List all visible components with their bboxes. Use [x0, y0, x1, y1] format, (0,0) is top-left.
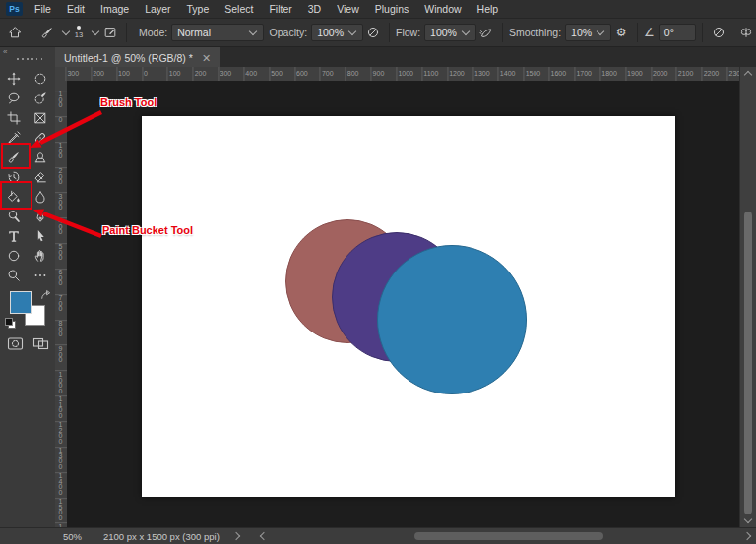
- divider: [502, 23, 503, 42]
- scroll-up-icon[interactable]: [744, 71, 752, 79]
- toggle-brush-settings-icon[interactable]: [100, 23, 120, 42]
- gear-icon[interactable]: ⚙: [611, 23, 631, 42]
- close-tab-icon[interactable]: ✕: [202, 53, 211, 63]
- divider: [702, 23, 703, 42]
- lasso-tool[interactable]: [2, 90, 26, 108]
- photoshop-logo-icon: Ps: [6, 2, 23, 16]
- chevron-down-icon: [248, 27, 256, 34]
- collapse-panels-icon[interactable]: «: [3, 47, 7, 56]
- opacity-field[interactable]: 100%: [311, 24, 363, 41]
- document-dimensions: 2100 px x 1500 px (300 ppi): [103, 531, 220, 542]
- smoothing-value: 10%: [571, 27, 592, 38]
- type-tool[interactable]: [2, 227, 26, 246]
- scroll-down-icon[interactable]: [744, 515, 752, 523]
- brush-preset-icon[interactable]: [37, 23, 57, 42]
- flow-field[interactable]: 100%: [424, 24, 476, 41]
- vertical-scrollbar[interactable]: [739, 67, 756, 528]
- menu-view[interactable]: View: [329, 0, 367, 18]
- menu-file[interactable]: File: [27, 0, 59, 18]
- divider: [31, 23, 32, 42]
- document-tab[interactable]: Untitled-1 @ 50% (RGB/8) * ✕: [55, 47, 220, 69]
- panel-grip[interactable]: [17, 58, 42, 60]
- scroll-right-icon[interactable]: [743, 532, 751, 540]
- tools-panel: [0, 67, 56, 528]
- menu-plugins[interactable]: Plugins: [367, 0, 416, 18]
- object-selection-tool[interactable]: [29, 90, 52, 108]
- opacity-value: 100%: [317, 27, 344, 38]
- path-selection-tool[interactable]: [29, 227, 52, 246]
- vertical-scrollbar-thumb[interactable]: [744, 212, 752, 514]
- ruler-label: 1000: [57, 371, 64, 393]
- smoothing-field[interactable]: 10%: [565, 24, 611, 41]
- eyedropper-tool[interactable]: [2, 129, 26, 148]
- ruler-label: 200: [195, 70, 207, 77]
- chevron-down-icon[interactable]: [92, 27, 99, 34]
- status-bar: 50% 2100 px x 1500 px (300 ppi): [0, 527, 756, 544]
- ruler-label: 1700: [576, 70, 592, 77]
- menu-type[interactable]: Type: [178, 0, 217, 18]
- airbrush-icon[interactable]: [476, 23, 496, 42]
- ruler-label: 400: [57, 217, 64, 234]
- hand-tool[interactable]: [29, 247, 52, 266]
- menu-filter[interactable]: Filter: [261, 0, 299, 18]
- history-brush-tool[interactable]: [2, 168, 26, 187]
- document-tab-bar: « Untitled-1 @ 50% (RGB/8) * ✕: [0, 47, 756, 69]
- crop-tool[interactable]: [2, 109, 26, 128]
- zoom-level-field[interactable]: 50%: [63, 531, 82, 542]
- paint-bucket-tool[interactable]: [2, 188, 26, 207]
- horizontal-scrollbar-thumb[interactable]: [414, 532, 603, 540]
- dodge-tool[interactable]: [2, 208, 26, 226]
- home-icon[interactable]: [5, 23, 25, 42]
- brush-angle-field[interactable]: 0°: [659, 24, 696, 41]
- quick-mask-icon[interactable]: [7, 336, 24, 351]
- ruler-label: 1900: [627, 70, 643, 77]
- chevron-down-icon[interactable]: [62, 27, 70, 34]
- pressure-size-icon[interactable]: [709, 23, 728, 42]
- pressure-opacity-icon[interactable]: [363, 23, 383, 42]
- edit-toolbar-icon[interactable]: [29, 267, 52, 285]
- spot-healing-brush-tool[interactable]: [29, 129, 52, 148]
- eraser-tool[interactable]: [29, 168, 52, 187]
- menu-image[interactable]: Image: [93, 0, 137, 18]
- brush-size-preview[interactable]: 13: [71, 26, 87, 39]
- horizontal-ruler[interactable]: 3002001000100200300400500600700800900100…: [55, 67, 740, 82]
- ruler-label: 1100: [423, 70, 438, 77]
- elliptical-marquee-tool[interactable]: [29, 70, 52, 89]
- screen-mode-icon[interactable]: [32, 336, 49, 351]
- clone-stamp-tool[interactable]: [29, 149, 52, 167]
- zoom-tool[interactable]: [2, 267, 26, 285]
- symmetry-butterfly-icon[interactable]: [736, 23, 756, 42]
- menu-help[interactable]: Help: [470, 0, 507, 18]
- divider: [389, 23, 390, 42]
- brush-tool[interactable]: [2, 149, 26, 167]
- status-options-chevron-icon[interactable]: [232, 532, 240, 540]
- move-tool[interactable]: [2, 70, 26, 89]
- ruler-label: 1100: [57, 395, 64, 417]
- menu-layer[interactable]: Layer: [137, 0, 178, 18]
- pen-tool[interactable]: [29, 208, 52, 226]
- menu-edit[interactable]: Edit: [59, 0, 93, 18]
- ruler-label: 300: [220, 70, 232, 77]
- blur-tool[interactable]: [29, 188, 52, 207]
- blend-mode-value: Normal: [177, 27, 211, 38]
- canvas-area[interactable]: [142, 116, 675, 497]
- menu-select[interactable]: Select: [217, 0, 261, 18]
- default-colors-icon[interactable]: [5, 318, 15, 328]
- frame-tool[interactable]: [29, 109, 52, 128]
- horizontal-scrollbar[interactable]: [267, 528, 744, 544]
- ruler-label: 100: [118, 70, 130, 77]
- ruler-label: 2100: [678, 70, 694, 77]
- menu-3d[interactable]: 3D: [300, 0, 329, 18]
- foreground-color-swatch[interactable]: [10, 291, 32, 314]
- ruler-label: 700: [57, 294, 64, 311]
- ruler-label: 800: [347, 70, 359, 77]
- ruler-label: 200: [93, 70, 104, 77]
- ruler-label: 1400: [57, 472, 64, 494]
- ruler-label: 2200: [704, 70, 720, 77]
- blend-mode-select[interactable]: Normal: [171, 24, 263, 41]
- ruler-label: 1300: [57, 447, 64, 468]
- menu-window[interactable]: Window: [416, 0, 469, 18]
- brush-size-value: 13: [75, 30, 83, 39]
- ellipse-shape-tool[interactable]: [2, 247, 26, 266]
- swap-colors-icon[interactable]: [38, 288, 51, 301]
